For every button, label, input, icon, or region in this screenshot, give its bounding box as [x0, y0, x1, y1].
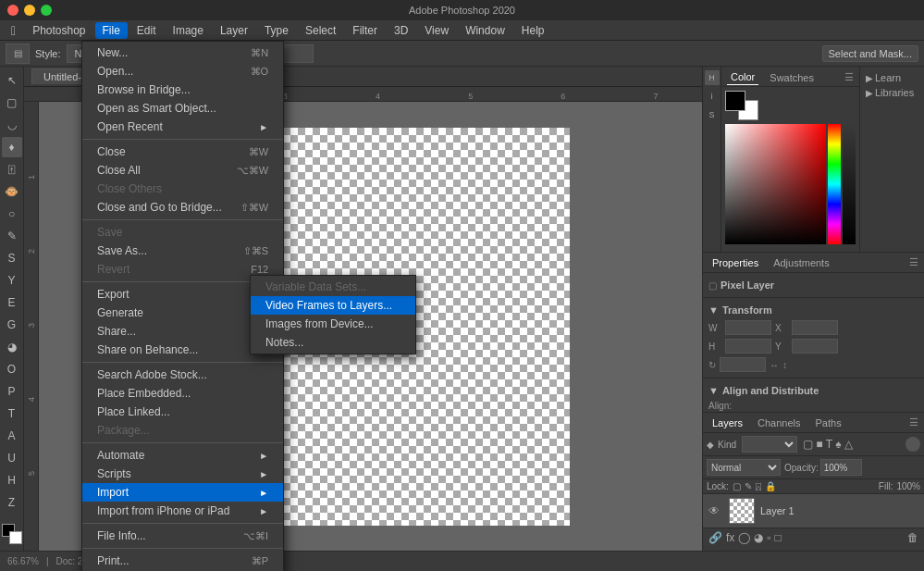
blur-tool[interactable]: ◕	[2, 337, 22, 357]
lasso-tool[interactable]: ◡	[2, 115, 22, 135]
h-input[interactable]	[725, 339, 771, 354]
layer-visibility-icon[interactable]: 👁	[708, 504, 723, 517]
tab-swatches[interactable]: Swatches	[766, 70, 818, 85]
tab-adjustments[interactable]: Adjustments	[770, 255, 833, 270]
menu-photoshop[interactable]: Photoshop	[25, 22, 92, 39]
marquee-tool[interactable]: ▢	[2, 93, 22, 113]
lock-transparent-icon[interactable]: ▢	[733, 481, 741, 491]
lock-position-icon[interactable]: ⍓	[756, 481, 761, 491]
flip-v-icon[interactable]: ↕	[782, 360, 787, 370]
width-input[interactable]	[167, 44, 214, 63]
tab-paths[interactable]: Paths	[812, 416, 845, 430]
right-icon-bar: H i S	[703, 67, 721, 252]
w-input[interactable]	[725, 320, 771, 335]
pixel-layer-title: Pixel Layer	[721, 277, 774, 293]
filter-icons-row: ▢ ■ T ♠ △	[803, 438, 853, 451]
menu-image[interactable]: Image	[166, 22, 211, 39]
tab-channels[interactable]: Channels	[754, 416, 804, 430]
y-input[interactable]	[792, 339, 838, 354]
apple-menu[interactable]: 	[4, 23, 23, 38]
panel-menu-icon[interactable]: ☰	[844, 71, 854, 83]
move-tool[interactable]: ↖	[2, 70, 22, 91]
new-layer-icon[interactable]: □	[775, 531, 782, 544]
link-layers-icon[interactable]: 🔗	[708, 531, 722, 544]
canvas-with-vruler: 1 2 3 4 5	[24, 102, 702, 551]
hand-tool[interactable]: H	[2, 470, 22, 490]
new-adjustment-icon[interactable]: ◕	[754, 531, 763, 544]
style-select[interactable]: Normal	[67, 44, 128, 63]
healing-brush-tool[interactable]: ○	[2, 204, 22, 224]
gradient-tool[interactable]: G	[2, 315, 22, 335]
color-opacity-spectrum[interactable]	[843, 124, 856, 244]
libraries-btn[interactable]: ▶ Libraries	[864, 85, 916, 100]
crop-tool[interactable]: ⍐	[2, 159, 22, 180]
flip-h-icon[interactable]: ↔	[770, 360, 779, 370]
x-input[interactable]	[792, 320, 838, 335]
canvas-checkerboard	[172, 128, 570, 526]
info-icon[interactable]: i	[705, 89, 720, 104]
menu-layer[interactable]: Layer	[213, 22, 255, 39]
menu-3d[interactable]: 3D	[387, 22, 415, 39]
clone-stamp-tool[interactable]: S	[2, 248, 22, 268]
brush-tool[interactable]: ✎	[2, 226, 22, 246]
menu-window[interactable]: Window	[458, 22, 512, 39]
ruler-marks-h: 1 2 3 4 5 6 7	[54, 87, 702, 101]
minimize-button[interactable]	[24, 5, 35, 16]
swatches-small-icon[interactable]: S	[705, 107, 720, 122]
zoom-tool[interactable]: Z	[2, 492, 22, 513]
rotation-input[interactable]	[720, 357, 766, 372]
close-button[interactable]	[7, 5, 18, 16]
menu-filter[interactable]: Filter	[345, 22, 385, 39]
path-selection-tool[interactable]: A	[2, 426, 22, 446]
height-label: Height:	[229, 48, 262, 59]
eraser-tool[interactable]: E	[2, 292, 22, 313]
kind-select[interactable]	[742, 436, 797, 453]
dodge-tool[interactable]: O	[2, 359, 22, 379]
histogram-icon[interactable]: H	[705, 70, 720, 85]
color-gradient-area[interactable]	[725, 124, 826, 244]
fg-color-swatch[interactable]	[725, 91, 745, 111]
blend-mode-select[interactable]: Normal	[707, 459, 781, 476]
text-tool[interactable]: T	[2, 403, 22, 424]
doc-info: Doc: 2.86M/0 bytes	[56, 556, 136, 566]
menu-help[interactable]: Help	[514, 22, 552, 39]
new-group-icon[interactable]: ▫	[767, 531, 770, 544]
fullscreen-button[interactable]	[41, 5, 52, 16]
lock-all-icon[interactable]: 🔒	[765, 481, 776, 491]
pen-tool[interactable]: P	[2, 381, 22, 402]
menu-edit[interactable]: Edit	[129, 22, 164, 39]
layers-filter-row: ◆ Kind ▢ ■ T ♠ △	[703, 433, 924, 456]
eyedropper-tool[interactable]: 🐵	[2, 181, 22, 202]
properties-menu-icon[interactable]: ☰	[909, 256, 918, 268]
magic-wand-tool[interactable]: ♦	[2, 137, 22, 157]
menu-type[interactable]: Type	[257, 22, 296, 39]
menu-bar:  Photoshop File Edit Image Layer Type S…	[0, 20, 924, 41]
document-tab[interactable]: Untitled-1 @	[31, 68, 112, 84]
opacity-input[interactable]	[820, 459, 862, 476]
tab-color[interactable]: Color	[727, 69, 758, 85]
filter-toggle[interactable]	[906, 437, 920, 452]
y-label: Y	[775, 341, 788, 352]
tab-layers[interactable]: Layers	[708, 416, 746, 430]
right-panel: H i S Color Swatches ☰	[702, 67, 924, 551]
shape-tool[interactable]: U	[2, 448, 22, 468]
history-brush-tool[interactable]: Y	[2, 270, 22, 291]
add-mask-icon[interactable]: ◯	[738, 531, 750, 544]
menu-view[interactable]: View	[417, 22, 456, 39]
tab-properties[interactable]: Properties	[708, 255, 762, 270]
add-style-icon[interactable]: fx	[726, 531, 734, 544]
info-arrow[interactable]: ►	[143, 557, 152, 566]
height-input[interactable]	[267, 44, 314, 63]
delete-layer-icon[interactable]: 🗑	[907, 531, 918, 544]
menu-file[interactable]: File	[95, 22, 128, 39]
lock-image-icon[interactable]: ✎	[745, 481, 752, 491]
canvas-container[interactable]	[39, 102, 702, 551]
layer-row[interactable]: 👁 Layer 1	[703, 494, 924, 528]
foreground-background-colors[interactable]	[2, 524, 22, 544]
menu-select[interactable]: Select	[298, 22, 343, 39]
layers-menu-icon[interactable]: ☰	[909, 416, 918, 428]
fg-bg-swatches[interactable]	[725, 91, 758, 120]
color-hue-spectrum[interactable]	[828, 124, 841, 244]
learn-btn[interactable]: ▶ Learn	[864, 70, 903, 85]
select-mask-button[interactable]: Select and Mask...	[822, 45, 919, 62]
